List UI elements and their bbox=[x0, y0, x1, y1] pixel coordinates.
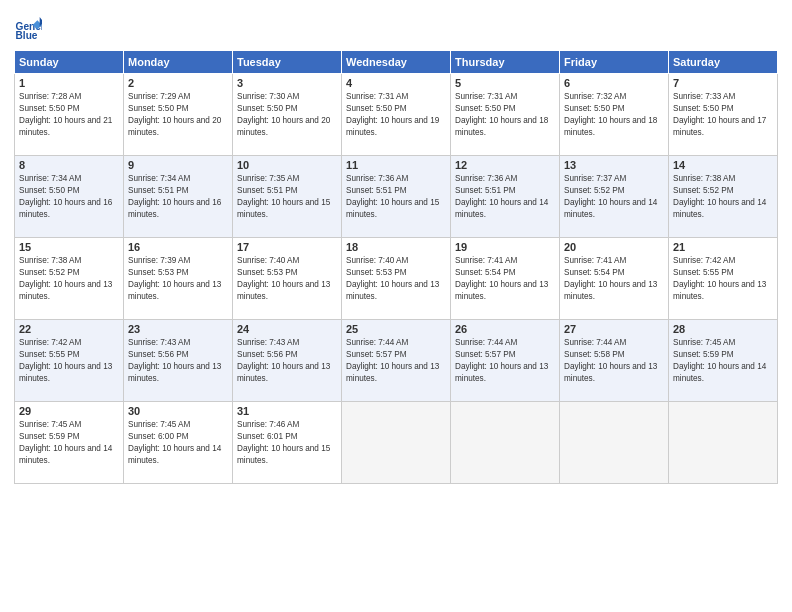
calendar-table: SundayMondayTuesdayWednesdayThursdayFrid… bbox=[14, 50, 778, 484]
day-number: 23 bbox=[128, 323, 228, 335]
calendar-cell: 23Sunrise: 7:43 AMSunset: 5:56 PMDayligh… bbox=[124, 320, 233, 402]
calendar-cell bbox=[669, 402, 778, 484]
day-info: Sunrise: 7:40 AMSunset: 5:53 PMDaylight:… bbox=[237, 255, 337, 303]
calendar-cell: 5Sunrise: 7:31 AMSunset: 5:50 PMDaylight… bbox=[451, 74, 560, 156]
calendar-cell bbox=[451, 402, 560, 484]
calendar-cell: 1Sunrise: 7:28 AMSunset: 5:50 PMDaylight… bbox=[15, 74, 124, 156]
day-info: Sunrise: 7:32 AMSunset: 5:50 PMDaylight:… bbox=[564, 91, 664, 139]
day-info: Sunrise: 7:39 AMSunset: 5:53 PMDaylight:… bbox=[128, 255, 228, 303]
day-info: Sunrise: 7:34 AMSunset: 5:51 PMDaylight:… bbox=[128, 173, 228, 221]
day-number: 15 bbox=[19, 241, 119, 253]
day-number: 12 bbox=[455, 159, 555, 171]
calendar-cell: 3Sunrise: 7:30 AMSunset: 5:50 PMDaylight… bbox=[233, 74, 342, 156]
weekday-header: Saturday bbox=[669, 51, 778, 74]
calendar-cell: 21Sunrise: 7:42 AMSunset: 5:55 PMDayligh… bbox=[669, 238, 778, 320]
day-info: Sunrise: 7:38 AMSunset: 5:52 PMDaylight:… bbox=[19, 255, 119, 303]
day-number: 9 bbox=[128, 159, 228, 171]
calendar-cell: 15Sunrise: 7:38 AMSunset: 5:52 PMDayligh… bbox=[15, 238, 124, 320]
day-info: Sunrise: 7:40 AMSunset: 5:53 PMDaylight:… bbox=[346, 255, 446, 303]
day-info: Sunrise: 7:30 AMSunset: 5:50 PMDaylight:… bbox=[237, 91, 337, 139]
day-number: 28 bbox=[673, 323, 773, 335]
calendar-cell: 19Sunrise: 7:41 AMSunset: 5:54 PMDayligh… bbox=[451, 238, 560, 320]
calendar-cell: 8Sunrise: 7:34 AMSunset: 5:50 PMDaylight… bbox=[15, 156, 124, 238]
logo-icon: General Blue bbox=[14, 14, 42, 42]
calendar-header-row: SundayMondayTuesdayWednesdayThursdayFrid… bbox=[15, 51, 778, 74]
day-info: Sunrise: 7:38 AMSunset: 5:52 PMDaylight:… bbox=[673, 173, 773, 221]
day-number: 18 bbox=[346, 241, 446, 253]
day-info: Sunrise: 7:42 AMSunset: 5:55 PMDaylight:… bbox=[19, 337, 119, 385]
day-number: 6 bbox=[564, 77, 664, 89]
day-number: 25 bbox=[346, 323, 446, 335]
calendar-cell: 28Sunrise: 7:45 AMSunset: 5:59 PMDayligh… bbox=[669, 320, 778, 402]
day-info: Sunrise: 7:46 AMSunset: 6:01 PMDaylight:… bbox=[237, 419, 337, 467]
day-number: 13 bbox=[564, 159, 664, 171]
calendar-cell: 17Sunrise: 7:40 AMSunset: 5:53 PMDayligh… bbox=[233, 238, 342, 320]
page-container: General Blue SundayMondayTuesdayWednesda… bbox=[0, 0, 792, 612]
weekday-header: Sunday bbox=[15, 51, 124, 74]
calendar-week-row: 22Sunrise: 7:42 AMSunset: 5:55 PMDayligh… bbox=[15, 320, 778, 402]
calendar-cell: 29Sunrise: 7:45 AMSunset: 5:59 PMDayligh… bbox=[15, 402, 124, 484]
day-info: Sunrise: 7:45 AMSunset: 5:59 PMDaylight:… bbox=[19, 419, 119, 467]
day-number: 26 bbox=[455, 323, 555, 335]
calendar-week-row: 1Sunrise: 7:28 AMSunset: 5:50 PMDaylight… bbox=[15, 74, 778, 156]
day-number: 19 bbox=[455, 241, 555, 253]
day-number: 2 bbox=[128, 77, 228, 89]
day-number: 29 bbox=[19, 405, 119, 417]
day-info: Sunrise: 7:45 AMSunset: 5:59 PMDaylight:… bbox=[673, 337, 773, 385]
day-number: 14 bbox=[673, 159, 773, 171]
day-info: Sunrise: 7:44 AMSunset: 5:57 PMDaylight:… bbox=[346, 337, 446, 385]
weekday-header: Tuesday bbox=[233, 51, 342, 74]
weekday-header: Friday bbox=[560, 51, 669, 74]
day-info: Sunrise: 7:31 AMSunset: 5:50 PMDaylight:… bbox=[455, 91, 555, 139]
calendar-week-row: 29Sunrise: 7:45 AMSunset: 5:59 PMDayligh… bbox=[15, 402, 778, 484]
calendar-cell: 24Sunrise: 7:43 AMSunset: 5:56 PMDayligh… bbox=[233, 320, 342, 402]
day-number: 1 bbox=[19, 77, 119, 89]
calendar-cell bbox=[560, 402, 669, 484]
calendar-cell bbox=[342, 402, 451, 484]
calendar-cell: 18Sunrise: 7:40 AMSunset: 5:53 PMDayligh… bbox=[342, 238, 451, 320]
day-info: Sunrise: 7:43 AMSunset: 5:56 PMDaylight:… bbox=[237, 337, 337, 385]
day-info: Sunrise: 7:34 AMSunset: 5:50 PMDaylight:… bbox=[19, 173, 119, 221]
weekday-header: Wednesday bbox=[342, 51, 451, 74]
calendar-cell: 10Sunrise: 7:35 AMSunset: 5:51 PMDayligh… bbox=[233, 156, 342, 238]
day-info: Sunrise: 7:37 AMSunset: 5:52 PMDaylight:… bbox=[564, 173, 664, 221]
day-info: Sunrise: 7:28 AMSunset: 5:50 PMDaylight:… bbox=[19, 91, 119, 139]
calendar-cell: 25Sunrise: 7:44 AMSunset: 5:57 PMDayligh… bbox=[342, 320, 451, 402]
day-info: Sunrise: 7:43 AMSunset: 5:56 PMDaylight:… bbox=[128, 337, 228, 385]
calendar-cell: 4Sunrise: 7:31 AMSunset: 5:50 PMDaylight… bbox=[342, 74, 451, 156]
day-info: Sunrise: 7:36 AMSunset: 5:51 PMDaylight:… bbox=[455, 173, 555, 221]
day-info: Sunrise: 7:41 AMSunset: 5:54 PMDaylight:… bbox=[455, 255, 555, 303]
day-info: Sunrise: 7:29 AMSunset: 5:50 PMDaylight:… bbox=[128, 91, 228, 139]
day-info: Sunrise: 7:44 AMSunset: 5:57 PMDaylight:… bbox=[455, 337, 555, 385]
day-number: 30 bbox=[128, 405, 228, 417]
calendar-cell: 7Sunrise: 7:33 AMSunset: 5:50 PMDaylight… bbox=[669, 74, 778, 156]
day-info: Sunrise: 7:41 AMSunset: 5:54 PMDaylight:… bbox=[564, 255, 664, 303]
calendar-cell: 9Sunrise: 7:34 AMSunset: 5:51 PMDaylight… bbox=[124, 156, 233, 238]
day-number: 31 bbox=[237, 405, 337, 417]
day-number: 22 bbox=[19, 323, 119, 335]
logo: General Blue bbox=[14, 14, 42, 42]
day-number: 10 bbox=[237, 159, 337, 171]
calendar-cell: 26Sunrise: 7:44 AMSunset: 5:57 PMDayligh… bbox=[451, 320, 560, 402]
day-number: 21 bbox=[673, 241, 773, 253]
calendar-cell: 30Sunrise: 7:45 AMSunset: 6:00 PMDayligh… bbox=[124, 402, 233, 484]
calendar-cell: 12Sunrise: 7:36 AMSunset: 5:51 PMDayligh… bbox=[451, 156, 560, 238]
day-number: 24 bbox=[237, 323, 337, 335]
day-info: Sunrise: 7:36 AMSunset: 5:51 PMDaylight:… bbox=[346, 173, 446, 221]
calendar-cell: 20Sunrise: 7:41 AMSunset: 5:54 PMDayligh… bbox=[560, 238, 669, 320]
day-number: 27 bbox=[564, 323, 664, 335]
day-info: Sunrise: 7:33 AMSunset: 5:50 PMDaylight:… bbox=[673, 91, 773, 139]
calendar-cell: 11Sunrise: 7:36 AMSunset: 5:51 PMDayligh… bbox=[342, 156, 451, 238]
calendar-cell: 22Sunrise: 7:42 AMSunset: 5:55 PMDayligh… bbox=[15, 320, 124, 402]
day-number: 5 bbox=[455, 77, 555, 89]
day-number: 20 bbox=[564, 241, 664, 253]
day-info: Sunrise: 7:42 AMSunset: 5:55 PMDaylight:… bbox=[673, 255, 773, 303]
calendar-cell: 16Sunrise: 7:39 AMSunset: 5:53 PMDayligh… bbox=[124, 238, 233, 320]
day-number: 3 bbox=[237, 77, 337, 89]
day-number: 17 bbox=[237, 241, 337, 253]
day-info: Sunrise: 7:35 AMSunset: 5:51 PMDaylight:… bbox=[237, 173, 337, 221]
calendar-cell: 27Sunrise: 7:44 AMSunset: 5:58 PMDayligh… bbox=[560, 320, 669, 402]
calendar-week-row: 15Sunrise: 7:38 AMSunset: 5:52 PMDayligh… bbox=[15, 238, 778, 320]
header: General Blue bbox=[14, 14, 778, 42]
day-number: 4 bbox=[346, 77, 446, 89]
